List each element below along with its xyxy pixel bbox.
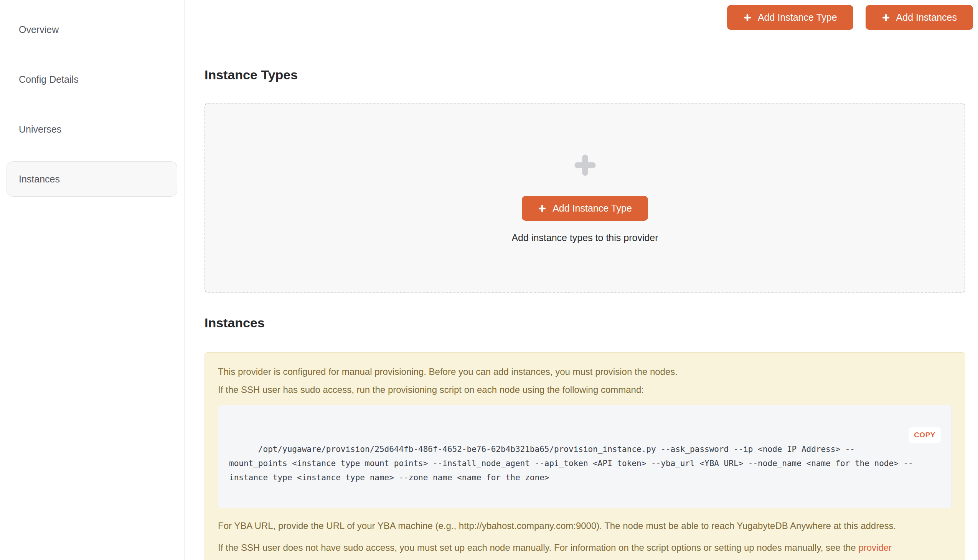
empty-state-add-instance-type-label: Add Instance Type: [552, 203, 632, 214]
plus-icon: [882, 13, 890, 22]
plus-icon: [538, 204, 547, 213]
empty-state-description: Add instance types to this provider: [512, 232, 658, 243]
plus-icon: [743, 13, 752, 22]
copy-button[interactable]: COPY: [909, 427, 941, 443]
sidebar-item-instances[interactable]: Instances: [7, 162, 177, 197]
sidebar-item-label: Universes: [19, 124, 61, 135]
banner-line-provisioning: This provider is configured for manual p…: [218, 363, 952, 381]
sidebar-item-label: Config Details: [19, 74, 79, 85]
instance-types-empty-state: Add Instance Type Add instance types to …: [204, 103, 965, 293]
provision-command-block: COPY /opt/yugaware/provision/25d644fb-48…: [218, 405, 952, 508]
add-instance-type-label: Add Instance Type: [758, 12, 837, 23]
instances-page: Add Instance Type Add Instances Instance…: [184, 0, 978, 560]
empty-state-add-instance-type-button[interactable]: Add Instance Type: [522, 196, 648, 221]
provision-command: /opt/yugaware/provision/25d644fb-486f-46…: [229, 445, 913, 482]
banner-no-sudo-note: If the SSH user does not have sudo acces…: [218, 538, 952, 560]
sidebar-item-overview[interactable]: Overview: [7, 12, 177, 47]
banner-line-sudo-access: If the SSH user has sudo access, run the…: [218, 381, 952, 398]
sidebar-item-label: Instances: [19, 173, 60, 185]
add-instances-button[interactable]: Add Instances: [866, 5, 973, 30]
sidebar-item-universes[interactable]: Universes: [7, 112, 177, 147]
page-actions: Add Instance Type Add Instances: [727, 5, 973, 30]
manual-provisioning-banner: This provider is configured for manual p…: [204, 352, 965, 560]
sidebar-item-config-details[interactable]: Config Details: [7, 62, 177, 97]
provider-sidebar: Overview Config Details Universes Instan…: [0, 0, 184, 560]
no-sudo-note-text: If the SSH user does not have sudo acces…: [218, 542, 858, 553]
plus-icon: [572, 153, 598, 178]
banner-yba-url-note: For YBA URL, provide the URL of your YBA…: [218, 517, 952, 535]
sidebar-item-label: Overview: [19, 24, 59, 35]
add-instance-type-button[interactable]: Add Instance Type: [727, 5, 853, 30]
instances-title: Instances: [204, 315, 965, 330]
add-instances-label: Add Instances: [896, 12, 957, 23]
